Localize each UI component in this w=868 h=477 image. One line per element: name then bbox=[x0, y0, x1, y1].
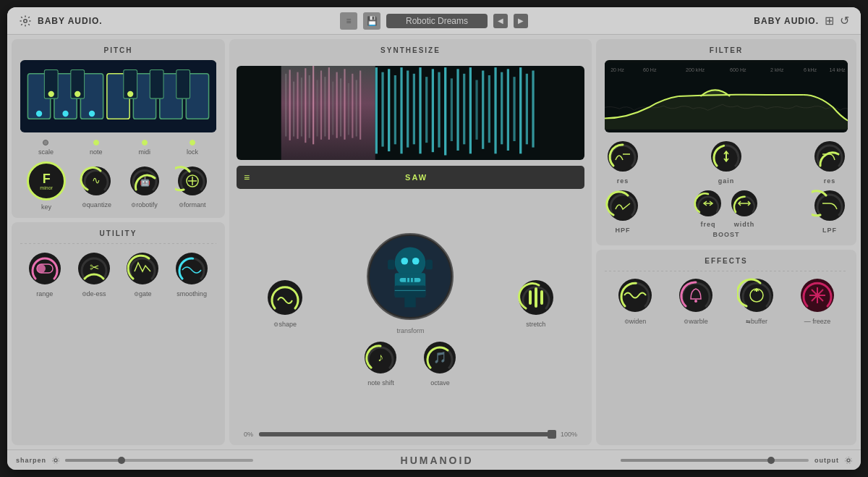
hpf-knob[interactable] bbox=[605, 187, 641, 224]
pitch-indicator-row: scale note midi lock bbox=[20, 140, 216, 156]
output-fill bbox=[621, 459, 771, 462]
gain-knob[interactable] bbox=[708, 138, 744, 174]
formant-knob-group: ⚙formant bbox=[175, 164, 210, 208]
svg-point-88 bbox=[412, 258, 420, 265]
effects-divider bbox=[605, 271, 848, 271]
svg-rect-38 bbox=[289, 69, 291, 140]
preset-name[interactable]: Robotic Dreams bbox=[386, 14, 488, 28]
boost-label: BOOST bbox=[712, 231, 739, 238]
sharpen-label: sharpen bbox=[16, 457, 46, 464]
freq-label: freq bbox=[700, 221, 715, 228]
progress-track[interactable] bbox=[259, 432, 555, 436]
svg-text:60 Hz: 60 Hz bbox=[643, 67, 657, 73]
freq-knob-group: freq bbox=[692, 187, 724, 228]
svg-point-140 bbox=[847, 459, 850, 462]
svg-point-139 bbox=[53, 457, 59, 463]
next-preset-button[interactable]: ▶ bbox=[514, 14, 528, 28]
svg-rect-63 bbox=[413, 74, 415, 145]
note-shift-knob[interactable]: ♪ bbox=[362, 339, 399, 376]
effects-section: EFFECTS bbox=[596, 250, 856, 445]
midi-dot bbox=[142, 140, 148, 145]
filter-section: FILTER 20 Hz 60 Hz 200 kHz 600 Hz 2 kHz … bbox=[596, 39, 856, 245]
stretch-knob[interactable] bbox=[516, 277, 556, 318]
formant-knob[interactable] bbox=[175, 164, 210, 198]
svg-text:2 kHz: 2 kHz bbox=[770, 67, 784, 73]
widen-knob-group: ⚙widen bbox=[616, 276, 655, 325]
octave-knob[interactable]: 🎵 bbox=[421, 339, 459, 376]
scale-control[interactable]: scale bbox=[38, 140, 54, 156]
gear-output-icon bbox=[845, 457, 852, 464]
settings-icon[interactable] bbox=[19, 14, 32, 28]
svg-rect-72 bbox=[469, 67, 472, 153]
svg-rect-77 bbox=[501, 72, 503, 145]
smoothing-knob[interactable] bbox=[173, 250, 210, 287]
top-bar-center: ≡ 💾 Robotic Dreams ◀ ▶ bbox=[340, 12, 528, 30]
de-ess-knob[interactable]: ✂ bbox=[75, 250, 113, 287]
svg-point-0 bbox=[24, 19, 27, 22]
output-label: output bbox=[814, 457, 839, 464]
svg-rect-67 bbox=[438, 72, 440, 148]
svg-rect-59 bbox=[388, 69, 390, 151]
save-icon[interactable]: 💾 bbox=[363, 12, 380, 30]
transform-face[interactable] bbox=[367, 233, 454, 320]
synth-controls: ⚙shape bbox=[237, 195, 584, 425]
lpf-res-label: res bbox=[824, 177, 836, 185]
lpf-label: LPF bbox=[822, 227, 837, 234]
de-ess-label: ⚙de-ess bbox=[82, 290, 106, 297]
freq-knob[interactable] bbox=[692, 187, 724, 219]
gate-knob-group: ⚙gate bbox=[124, 250, 161, 297]
warble-knob[interactable] bbox=[676, 276, 715, 315]
lpf-res-knob[interactable] bbox=[812, 138, 848, 174]
reset-icon[interactable]: ↺ bbox=[840, 14, 849, 28]
bottom-knobs: ♪ note shift bbox=[362, 339, 459, 387]
waveform-selector[interactable]: ≡ SAW bbox=[237, 166, 584, 189]
humanoid-label-wrap: HUMANOID bbox=[259, 454, 615, 467]
freeze-knob-group: — freeze bbox=[798, 276, 837, 325]
freeze-knob[interactable] bbox=[798, 276, 837, 315]
width-knob-group: width bbox=[728, 187, 760, 228]
shape-knob[interactable] bbox=[265, 277, 305, 318]
key-label: key bbox=[41, 203, 51, 211]
spectrogram bbox=[237, 66, 584, 160]
lpf-knob[interactable] bbox=[812, 187, 848, 224]
scale-label: scale bbox=[38, 148, 54, 156]
svg-text:♪: ♪ bbox=[378, 351, 383, 363]
output-slider[interactable] bbox=[621, 459, 809, 462]
lock-control[interactable]: lock bbox=[187, 140, 198, 156]
quantize-knob[interactable]: ∿ bbox=[79, 164, 114, 198]
main-content: PITCH bbox=[7, 35, 861, 449]
shape-knob-group: ⚙shape bbox=[265, 277, 305, 328]
piano-display[interactable] bbox=[20, 60, 216, 132]
brand-right: BABY AUDIO. bbox=[754, 16, 819, 26]
boost-group: gain bbox=[692, 138, 760, 238]
sharpen-slider[interactable] bbox=[65, 459, 253, 462]
menu-icon: ≡ bbox=[244, 172, 250, 183]
width-knob[interactable] bbox=[728, 187, 760, 219]
widen-knob[interactable] bbox=[616, 276, 655, 315]
svg-rect-68 bbox=[444, 67, 446, 155]
buffer-knob[interactable] bbox=[737, 276, 776, 315]
gate-knob[interactable] bbox=[124, 250, 161, 287]
svg-point-87 bbox=[401, 258, 409, 265]
list-icon[interactable]: ≡ bbox=[340, 12, 357, 30]
svg-rect-103 bbox=[529, 290, 532, 305]
synth-display bbox=[237, 66, 584, 160]
svg-rect-50 bbox=[336, 72, 338, 138]
gain-label: gain bbox=[718, 177, 735, 185]
svg-rect-71 bbox=[463, 74, 465, 145]
gear-small-icon bbox=[52, 457, 59, 464]
svg-rect-104 bbox=[535, 287, 537, 308]
range-knob[interactable] bbox=[26, 250, 64, 287]
svg-rect-30 bbox=[37, 264, 46, 273]
key-knob[interactable]: F minor bbox=[27, 161, 66, 200]
layers-icon[interactable]: ⊞ bbox=[825, 14, 834, 28]
svg-text:20 Hz: 20 Hz bbox=[610, 67, 624, 73]
midi-control[interactable]: midi bbox=[138, 140, 150, 156]
svg-rect-56 bbox=[359, 71, 361, 140]
robotify-knob[interactable]: 🤖 bbox=[127, 164, 162, 198]
hpf-res-knob[interactable] bbox=[605, 138, 641, 174]
note-control[interactable]: note bbox=[90, 140, 103, 156]
progress-fill bbox=[259, 432, 555, 436]
bottom-bar: sharpen HUMANOID output bbox=[7, 449, 861, 470]
prev-preset-button[interactable]: ◀ bbox=[493, 14, 508, 28]
